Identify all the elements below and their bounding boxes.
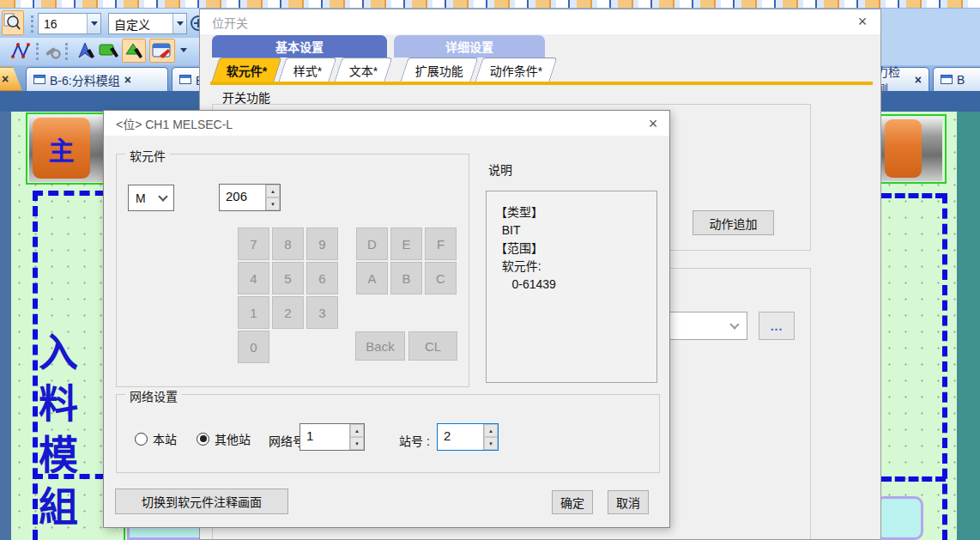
device-number-spinner[interactable]: 206 ▲ ▼ [219,184,281,211]
keypad-key-e[interactable]: E [390,228,422,260]
area-dashed-border [881,193,946,198]
zoom-tool-button[interactable] [2,10,24,35]
toolbar-row-edit [0,38,199,65]
toolbar-overflow-icon[interactable] [180,48,187,52]
tab-underline-rule [210,82,873,85]
keypad-key-c[interactable]: C [425,262,457,294]
tab-close-icon[interactable]: × [915,73,922,87]
description-line: 【类型】 [495,203,656,221]
select-object-icon[interactable] [98,40,120,61]
chevron-down-icon [158,191,167,201]
radio-other-station[interactable]: 其他站 [197,430,251,447]
canvas-outside-area [957,112,980,540]
main-screen-switch[interactable]: 主 [29,115,111,182]
screen-tab-label: B-6:分料模组 [50,71,120,88]
detail-tabs: 扩展功能 动作条件* [404,58,558,82]
spin-down-icon[interactable]: ▼ [484,437,498,450]
description-box: 【类型】 BIT 【范围】 软元件: 0-61439 [486,191,657,383]
keypad-key-6[interactable]: 6 [306,262,338,294]
device-input-dialog: <位> CH1 MELSEC-L × 软元件 M 206 ▲ ▼ 7 8 9 4… [103,110,670,528]
canvas-vertical-text[interactable]: 入料模組 [30,331,80,537]
keypad-key-a[interactable]: A [356,262,388,294]
area-dashed-border [942,193,947,540]
toolbar-grip [36,43,39,60]
dialog-title-bar[interactable]: <位> CH1 MELSEC-L [104,111,669,136]
screen-icon [941,75,953,84]
screen-tab-b6[interactable]: B-6:分料模组 × [26,67,168,91]
screen-tab-active-partial[interactable]: × [0,67,22,91]
style-combo[interactable]: 自定义 [108,13,187,34]
font-size-combo[interactable]: 16 [38,13,101,34]
close-icon[interactable]: × [642,113,664,134]
radio-icon [197,433,209,446]
spin-down-icon[interactable]: ▼ [266,197,280,210]
keypad-key-d[interactable]: D [356,228,388,260]
toolbar-row-zoom: 16 自定义 [0,9,199,38]
mdi-left-edge [0,112,11,540]
keypad-key-5[interactable]: 5 [272,262,304,294]
main-button-label: 主 [49,130,75,167]
spin-up-icon[interactable]: ▲ [484,424,498,437]
keypad-key-f[interactable]: F [425,228,457,260]
keypad-key-1[interactable]: 1 [238,296,269,329]
select-arrow-icon[interactable] [74,40,96,61]
tab-text[interactable]: 文本* [334,58,393,82]
select-figure-button[interactable] [122,39,146,63]
canvas-lamp-object[interactable] [875,496,923,540]
keypad-key-4[interactable]: 4 [238,262,269,294]
keypad-key-8[interactable]: 8 [272,228,304,260]
close-icon[interactable]: × [851,11,874,32]
settings-tool-icon[interactable] [43,41,62,60]
design-canvas-right[interactable] [881,112,957,540]
station-no-label: 站号 : [399,432,430,449]
keypad-back-button[interactable]: Back [355,331,405,361]
screen-tab-right-2[interactable]: B [933,67,980,91]
keypad-key-9[interactable]: 9 [306,228,338,260]
dialog-title: 位开关 [212,14,248,31]
spin-up-icon[interactable]: ▲ [350,424,364,437]
network-no-value: 1 [300,424,349,450]
action-add-button[interactable]: 动作追加 [693,210,774,235]
keypad-key-b[interactable]: B [390,262,422,294]
description-line: 【范围】 [495,240,656,258]
screen-switch-object[interactable] [881,117,942,181]
network-no-spinner[interactable]: 1 ▲ ▼ [299,423,365,451]
area-dashed-border [881,476,946,482]
keypad-key-7[interactable]: 7 [238,228,269,260]
station-no-value: 2 [438,424,483,450]
screen-jump-icon [151,40,174,61]
cancel-button[interactable]: 取消 [608,490,649,514]
ok-button[interactable]: 确定 [552,490,593,514]
font-size-dropdown[interactable] [87,14,100,33]
tab-close-icon[interactable]: × [124,73,131,87]
keypad-key-0[interactable]: 0 [238,331,269,363]
tab-group-label: 详细设置 [445,38,493,55]
basic-tabs: 软元件* 样式* 文本* [215,58,393,82]
device-type-combobox[interactable]: M [128,185,174,211]
tab-style[interactable]: 样式* [279,58,338,82]
device-comment-button[interactable]: 切换到软元件注释画面 [115,488,288,514]
tab-action-condition[interactable]: 动作条件* [475,58,558,82]
keypad-key-2[interactable]: 2 [272,296,304,329]
spin-up-icon[interactable]: ▲ [266,185,280,197]
tab-close-icon[interactable]: × [2,72,9,86]
radio-local-station[interactable]: 本站 [135,430,177,447]
open-screen-button[interactable] [149,39,175,63]
spin-down-icon[interactable]: ▼ [350,437,364,450]
keypad-key-3[interactable]: 3 [306,296,338,329]
browse-button[interactable]: ... [759,312,795,340]
description-line: BIT [495,221,656,240]
toolbar-icon-strip[interactable] [0,0,980,9]
keypad-clear-button[interactable]: CL [408,331,457,361]
tab-group-detail: 详细设置 [394,35,545,58]
screen-icon [33,75,45,84]
tab-device[interactable]: 软元件* [211,58,282,82]
radio-icon [135,433,148,446]
magnifier-icon [3,11,21,32]
polyline-tool-icon[interactable] [10,41,31,60]
style-dropdown[interactable] [172,14,186,33]
dialog-title-bar[interactable]: 位开关 [200,9,880,34]
tab-extended[interactable]: 扩展功能 [400,58,478,82]
radio-label: 本站 [153,430,177,447]
station-no-spinner[interactable]: 2 ▲ ▼ [437,423,499,451]
